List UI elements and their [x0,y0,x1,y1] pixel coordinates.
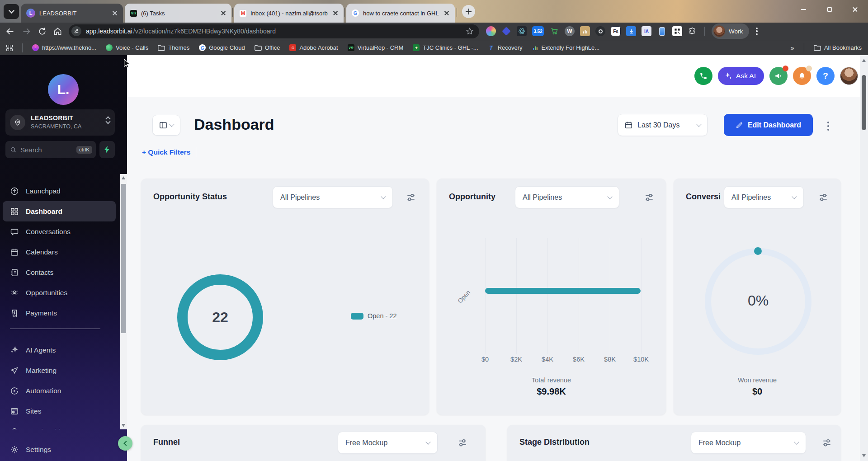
scroll-up-icon[interactable] [122,176,125,179]
quick-actions-button[interactable] [99,141,115,158]
phone-button[interactable] [694,67,712,85]
widget-settings-icon[interactable] [406,193,416,202]
new-tab-button[interactable] [462,5,475,18]
home-icon[interactable] [53,27,62,36]
scrollbar-thumb[interactable] [121,184,126,333]
sidebar-item-marketing[interactable]: Marketing [3,360,116,381]
bookmark-voice-calls[interactable]: Voice - Calls [106,44,148,51]
sidebar-item-sites[interactable]: Sites [3,401,116,421]
tab-search-ghl[interactable]: G how to craete contact in GHL - [346,4,455,23]
scroll-down-icon[interactable] [122,424,125,427]
edit-dashboard-button[interactable]: Edit Dashboard [724,114,813,136]
dashboard-layout-picker[interactable] [152,115,180,136]
reload-icon[interactable] [38,27,47,36]
pipeline-filter-select[interactable]: All Pipelines [273,186,393,208]
diamond-extension-icon[interactable] [501,26,511,36]
y-axis-category-label: Open [457,289,472,304]
quick-filters[interactable]: + Quick Filters [142,147,196,157]
sidebar-item-launchpad[interactable]: Launchpad [3,181,116,201]
bookmarks-overflow-button[interactable]: » [791,44,794,52]
minimize-button[interactable] [791,0,816,19]
download-extension-icon[interactable] [626,26,636,36]
ask-ai-button[interactable]: Ask AI [718,67,764,85]
sidebar-item-conversations[interactable]: Conversations [3,221,116,242]
ia-extension-icon[interactable]: IA [642,26,651,36]
sidebar-scrollbar[interactable] [120,174,127,429]
back-icon[interactable] [5,27,15,36]
pipeline-filter-select[interactable]: All Pipelines [724,186,804,208]
location-switcher[interactable]: LEADSORBIT SACRAMENTO, CA [5,109,115,136]
tab-inbox[interactable]: M Inbox (401) - nazim.ali@tsorbit [234,4,344,23]
widget-settings-icon[interactable] [818,193,828,202]
widget-settings-icon[interactable] [822,438,832,448]
version-badge-extension-icon[interactable]: 3.52 [532,26,544,36]
widget-settings-icon[interactable] [458,438,467,448]
widget-settings-icon[interactable] [644,193,654,202]
funnel-filter-select[interactable]: Free Mockup [338,432,438,454]
all-bookmarks-button[interactable]: All Bookmarks [814,44,862,51]
qr-extension-icon[interactable] [672,26,682,36]
camera-extension-icon[interactable] [595,26,605,36]
apps-grid-icon[interactable] [6,45,13,51]
close-icon[interactable] [220,9,227,17]
close-icon[interactable] [332,9,339,17]
close-window-button[interactable] [842,0,868,19]
bookmark-tjc-clinics[interactable]: +TJC Clinics - GHL -... [413,44,478,51]
opportunity-status-donut[interactable]: 22 [177,274,263,360]
bookmark-virtualrep[interactable]: VRVirtualRep - CRM [348,44,404,51]
announcements-button[interactable] [769,67,788,85]
puzzle-extensions-icon[interactable] [688,26,698,36]
cart-extension-icon[interactable] [549,26,559,36]
bookmark-google-cloud[interactable]: GGoogle Cloud [199,44,245,51]
revenue-bar-open[interactable] [485,288,641,294]
user-avatar[interactable] [840,67,858,85]
sidebar-item-automation[interactable]: Automation [3,381,116,401]
sidebar-item-opportunities[interactable]: Opportunities [3,282,116,303]
sidebar-item-ai-agents[interactable]: AI Agents [3,340,116,360]
react-extension-icon[interactable] [517,26,527,36]
sidebar-collapse-button[interactable] [118,436,132,451]
forward-icon[interactable] [22,27,31,36]
bookmark-office[interactable]: Office [255,44,280,51]
maximize-button[interactable] [816,0,842,19]
fs-extension-icon[interactable]: Fs [611,26,621,36]
help-button[interactable]: ? [816,67,835,85]
stage-filter-select[interactable]: Free Mockup [691,432,806,454]
bookmark-themes[interactable]: Themes [158,44,189,51]
date-range-button[interactable]: Last 30 Days [618,114,708,136]
profile-button[interactable]: Work [712,24,749,39]
sidebar-search-input[interactable]: Search ctrlK [5,141,96,158]
close-icon[interactable] [111,9,118,17]
knot-extension-icon[interactable] [486,26,496,36]
sidebar-item-payments[interactable]: Payments [3,303,116,323]
tab-leadsorbit[interactable]: L LEADSORBIT [21,4,123,23]
scroll-down-icon[interactable] [862,454,866,457]
phone-extension-icon[interactable] [657,26,667,36]
sidebar-item-calendars[interactable]: Calendars [3,242,116,262]
address-bar[interactable]: app.leadsorbit.ai/v2/location/nz7k6EDM2H… [69,24,479,38]
bookmark-star-icon[interactable] [466,27,474,35]
page-scrollbar[interactable] [860,55,868,461]
bookmark-extendly[interactable]: Extendly For HighLe... [532,44,600,51]
tab-tasks[interactable]: VR (6) Tasks [125,4,231,23]
bookmark-thekno[interactable]: https://www.thekno... [32,44,96,51]
wordpress-extension-icon[interactable]: W [565,26,575,36]
sidebar-item-dashboard[interactable]: Dashboard [3,201,116,221]
scroll-up-icon[interactable] [862,59,866,62]
legend-open[interactable]: Open - 22 [351,312,397,320]
site-info-icon[interactable] [71,26,81,36]
pipeline-filter-select[interactable]: All Pipelines [515,186,619,208]
notifications-button[interactable] [793,67,811,85]
sidebar-item-contacts[interactable]: Contacts [3,262,116,282]
bookmark-recovery[interactable]: TRecovery [488,44,523,51]
sidebar-item-memberships[interactable]: Memberships [3,421,116,429]
tab-list-button[interactable] [4,4,19,19]
sidebar-item-settings[interactable]: Settings [3,439,116,460]
chart-extension-icon[interactable] [580,26,590,36]
browser-menu-button[interactable] [756,28,757,35]
close-icon[interactable] [443,9,450,17]
bookmark-adobe-acrobat[interactable]: Adobe Acrobat [289,44,338,51]
dashboard-options-button[interactable] [825,119,832,133]
scrollbar-thumb[interactable] [862,75,866,130]
search-shortcut-badge: ctrlK [76,146,92,154]
